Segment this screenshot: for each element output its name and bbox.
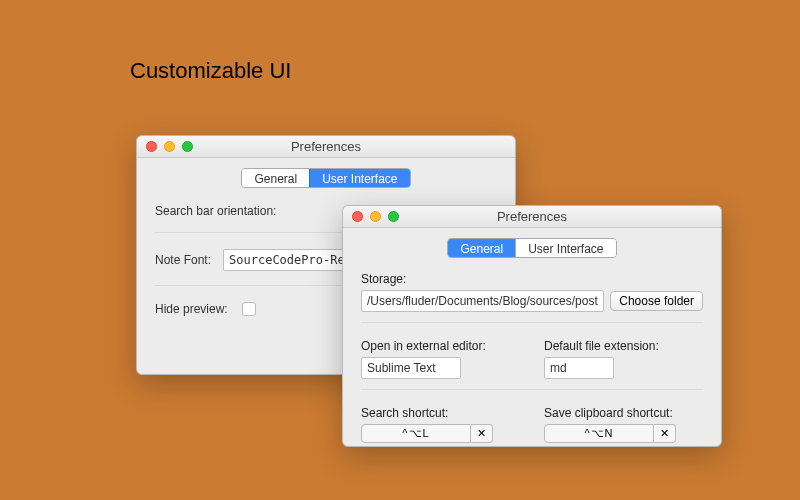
- page-title: Customizable UI: [130, 58, 291, 84]
- storage-path-input[interactable]: [361, 290, 604, 312]
- minimize-icon[interactable]: [164, 141, 175, 152]
- choose-folder-button[interactable]: Choose folder: [610, 291, 703, 311]
- external-editor-input[interactable]: [361, 357, 461, 379]
- tab-general[interactable]: General: [448, 239, 515, 257]
- open-external-label: Open in external editor:: [361, 339, 520, 353]
- zoom-icon[interactable]: [182, 141, 193, 152]
- clear-shortcut-button[interactable]: ✕: [471, 424, 493, 443]
- clear-shortcut-button[interactable]: ✕: [654, 424, 676, 443]
- search-bar-orientation-label: Search bar orientation:: [155, 204, 276, 218]
- minimize-icon[interactable]: [370, 211, 381, 222]
- close-icon[interactable]: [352, 211, 363, 222]
- search-shortcut-recorder[interactable]: ^⌥L: [361, 424, 471, 443]
- save-clipboard-shortcut-recorder[interactable]: ^⌥N: [544, 424, 654, 443]
- zoom-icon[interactable]: [388, 211, 399, 222]
- tab-bar: General User Interface: [447, 238, 616, 258]
- tab-general[interactable]: General: [242, 169, 309, 187]
- tab-user-interface[interactable]: User Interface: [515, 239, 615, 257]
- preferences-window-general: Preferences General User Interface Stora…: [342, 205, 722, 447]
- hide-preview-label: Hide preview:: [155, 302, 228, 316]
- note-font-label: Note Font:: [155, 253, 211, 267]
- titlebar: Preferences: [343, 206, 721, 228]
- tab-user-interface[interactable]: User Interface: [309, 169, 409, 187]
- tab-bar: General User Interface: [241, 168, 410, 188]
- default-ext-input[interactable]: [544, 357, 614, 379]
- default-ext-label: Default file extension:: [544, 339, 703, 353]
- storage-label: Storage:: [361, 272, 703, 286]
- close-icon[interactable]: [146, 141, 157, 152]
- window-title: Preferences: [497, 209, 567, 224]
- save-clipboard-shortcut-label: Save clipboard shortcut:: [544, 406, 703, 420]
- titlebar: Preferences: [137, 136, 515, 158]
- search-shortcut-label: Search shortcut:: [361, 406, 520, 420]
- window-title: Preferences: [291, 139, 361, 154]
- hide-preview-checkbox[interactable]: [242, 302, 256, 316]
